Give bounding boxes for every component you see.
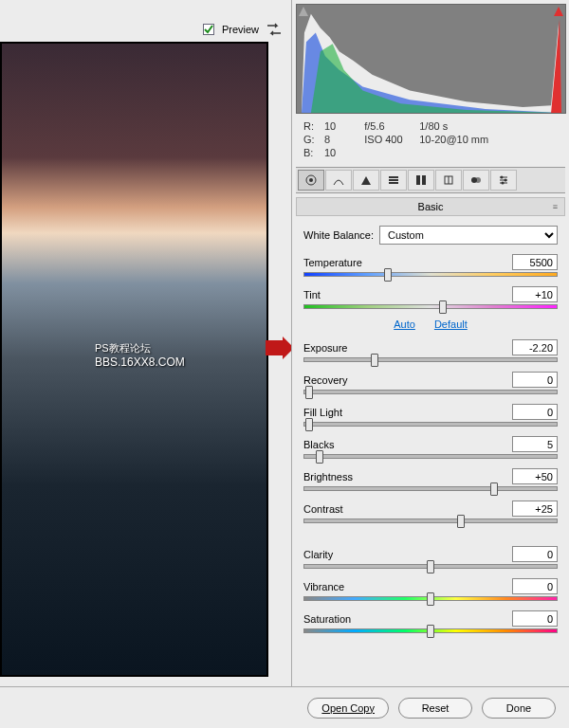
svg-rect-7 (389, 182, 398, 184)
slider-tint: Tint (303, 286, 558, 309)
exposure-input[interactable] (512, 339, 558, 355)
temperature-thumb[interactable] (384, 268, 392, 282)
tint-input[interactable] (512, 286, 558, 302)
panel-header: Basic ≡ (296, 197, 565, 216)
slider-clarity: Clarity (303, 546, 558, 569)
histogram[interactable] (296, 4, 566, 114)
slider-recovery: Recovery (303, 372, 558, 394)
wb-select[interactable]: Custom (379, 226, 558, 245)
filllight-input[interactable] (512, 404, 558, 420)
tab-hsl-icon[interactable] (380, 170, 407, 191)
recovery-input[interactable] (512, 372, 558, 388)
slider-contrast: Contrast (303, 500, 558, 523)
tab-presets-icon[interactable] (490, 170, 517, 191)
slider-filllight: Fill Light (303, 404, 558, 427)
temperature-track[interactable] (303, 272, 558, 277)
tab-lens-icon[interactable] (435, 170, 462, 191)
svg-rect-5 (389, 176, 398, 178)
contrast-thumb[interactable] (457, 515, 465, 528)
svg-point-18 (505, 179, 507, 182)
svg-marker-0 (299, 7, 308, 16)
slider-saturation: Saturation (303, 610, 558, 633)
info-readout: R:10 G:8 B:10 f/5.61/80 s ISO 40010-20@1… (292, 114, 569, 167)
tint-thumb[interactable] (439, 300, 447, 314)
slider-blacks: Blacks (303, 436, 558, 459)
clarity-thumb[interactable] (427, 560, 434, 573)
svg-marker-1 (554, 7, 563, 16)
brightness-thumb[interactable] (490, 482, 498, 496)
clarity-track[interactable] (303, 564, 558, 569)
svg-rect-8 (416, 175, 420, 185)
svg-rect-6 (389, 179, 398, 181)
swap-icon[interactable] (266, 22, 282, 37)
slider-exposure: Exposure (303, 339, 558, 362)
blacks-thumb[interactable] (316, 450, 323, 464)
contrast-input[interactable] (512, 500, 558, 517)
svg-point-13 (475, 177, 481, 183)
tab-detail-icon[interactable] (353, 170, 379, 191)
image-preview[interactable] (0, 42, 268, 677)
tab-fx-icon[interactable] (463, 170, 489, 191)
svg-point-19 (502, 182, 505, 185)
recovery-track[interactable] (303, 390, 558, 394)
saturation-input[interactable] (512, 610, 558, 627)
auto-link[interactable]: Auto (394, 318, 415, 330)
open-copy-button[interactable]: Open Copy (307, 698, 389, 719)
tint-track[interactable] (303, 304, 558, 309)
vibrance-track[interactable] (303, 596, 558, 601)
slider-temperature: Temperature (303, 254, 558, 277)
saturation-thumb[interactable] (427, 625, 434, 638)
tab-curve-icon[interactable] (325, 170, 352, 191)
default-link[interactable]: Default (434, 318, 468, 330)
brightness-input[interactable] (512, 468, 558, 484)
panel-menu-icon[interactable]: ≡ (553, 202, 559, 211)
done-button[interactable]: Done (482, 698, 556, 719)
clarity-input[interactable] (512, 546, 558, 562)
blacks-track[interactable] (303, 454, 558, 459)
preview-checkbox[interactable] (203, 24, 214, 35)
saturation-track[interactable] (303, 628, 558, 633)
bottom-bar: Open Copy Reset Done (0, 686, 569, 728)
slider-brightness: Brightness (303, 468, 558, 491)
reset-button[interactable]: Reset (398, 698, 472, 719)
svg-point-17 (501, 176, 504, 179)
recovery-thumb[interactable] (305, 386, 313, 399)
svg-point-3 (309, 178, 313, 182)
tab-split-icon[interactable] (408, 170, 434, 191)
slider-vibrance: Vibrance (303, 578, 558, 601)
blacks-input[interactable] (512, 436, 558, 452)
exposure-track[interactable] (303, 357, 558, 362)
filllight-thumb[interactable] (305, 418, 313, 431)
tool-strip (296, 167, 565, 193)
vibrance-input[interactable] (512, 578, 558, 594)
filllight-track[interactable] (303, 422, 558, 427)
tab-basic-icon[interactable] (298, 170, 324, 191)
brightness-track[interactable] (303, 486, 558, 491)
highlight-clip-icon[interactable] (554, 7, 563, 16)
wb-label: White Balance: (303, 229, 374, 241)
preview-label: Preview (222, 24, 259, 35)
temperature-input[interactable] (512, 254, 558, 270)
exposure-thumb[interactable] (371, 354, 378, 367)
vibrance-thumb[interactable] (427, 592, 434, 606)
svg-rect-9 (422, 175, 426, 185)
callout-arrow-icon (266, 337, 294, 365)
shadow-clip-icon[interactable] (299, 7, 308, 16)
svg-marker-4 (361, 176, 371, 185)
contrast-track[interactable] (303, 519, 558, 523)
